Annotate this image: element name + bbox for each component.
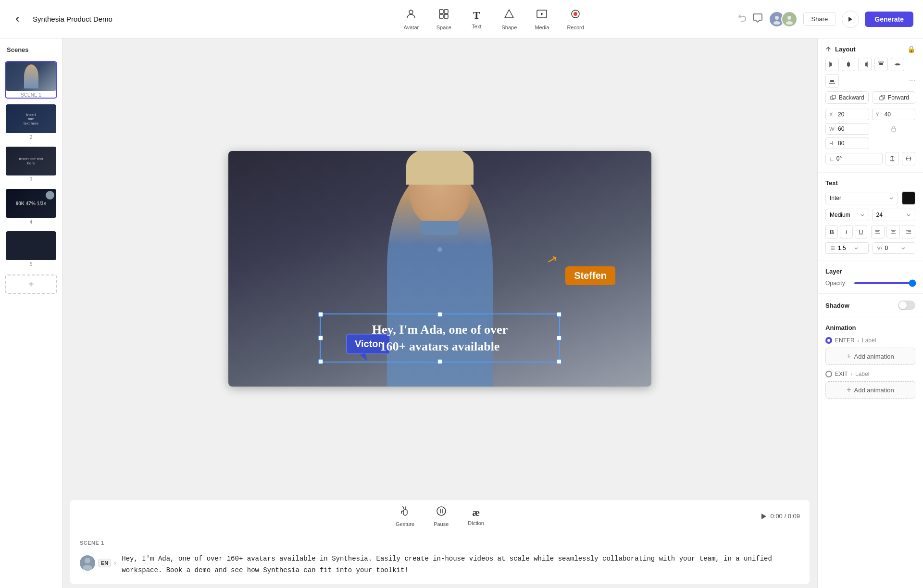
svg-rect-27 [830,80,834,82]
backward-button[interactable]: Backward [825,91,869,104]
font-style-selector[interactable]: Medium [825,209,869,221]
center-area: Victor Steffen ↗ [62,38,817,588]
line-spacing-input[interactable] [838,245,852,251]
h-field[interactable]: H [825,138,869,149]
flip-v-btn[interactable] [902,152,915,165]
align-right-text-btn[interactable] [902,225,915,238]
handle-tl[interactable] [318,312,323,317]
generate-button[interactable]: Generate [865,12,913,27]
w-field[interactable]: W [825,123,869,135]
tool-media[interactable]: Media [527,5,556,33]
playback-time: 0:00 / 0:09 [760,513,800,520]
handle-ml[interactable] [318,336,323,340]
exit-chevron: › [851,372,852,377]
letter-spacing-field[interactable] [873,242,916,254]
tool-record[interactable]: Record [560,5,590,33]
add-exit-animation-btn[interactable]: + Add animation [825,381,915,399]
align-left-text-btn[interactable] [871,225,885,238]
script-text[interactable]: Hey, I'm Ada, one of over 160+ avatars a… [122,553,800,576]
italic-button[interactable]: I [840,225,852,238]
font-selector[interactable]: Inter [825,192,898,204]
svg-point-15 [85,558,90,563]
letter-spacing-input[interactable] [885,245,899,251]
text-overlay-container[interactable]: Hey, I'm Ada, one of over 160+ avatars a… [320,313,560,363]
language-badge[interactable]: EN [98,559,111,567]
scene-info-label: SCENE 1 [80,540,104,546]
bold-button[interactable]: B [825,225,838,238]
angle-field[interactable]: ∟ [825,153,883,164]
svg-line-47 [879,247,880,250]
handle-br[interactable] [557,359,561,364]
font-size-selector[interactable]: 24 [872,209,916,221]
script-row: EN › Hey, I'm Ada, one of over 160+ avat… [70,550,810,584]
tool-avatar-label: Avatar [404,25,419,30]
steffen-text: Steffen [565,266,615,285]
record-icon [570,8,581,23]
align-left-btn[interactable] [825,58,839,71]
flip-h-btn[interactable] [886,152,899,165]
scene-thumb-3[interactable]: 💬 3 Insert title texthere 3 [5,146,57,183]
back-button[interactable] [10,12,25,27]
spacing-row [825,242,915,254]
scene-thumb-5[interactable]: 5 [5,230,57,268]
handle-tr[interactable] [557,312,561,317]
align-right-btn[interactable] [858,58,872,71]
line-spacing-chevron[interactable] [854,246,858,250]
align-top-btn[interactable] [874,58,888,71]
animation-title: Animation [825,324,915,331]
language-chevron[interactable]: › [114,560,116,566]
scene-thumb-2[interactable]: Inserttitletext here 2 [5,103,57,141]
add-enter-animation-btn[interactable]: + Add animation [825,348,915,365]
handle-bc[interactable] [437,359,442,364]
shadow-row: Shadow [825,300,915,310]
gesture-label: Gesture [396,521,414,527]
layout-lock-icon[interactable]: 🔒 [907,45,915,53]
svg-rect-30 [832,95,836,99]
tool-media-label: Media [535,25,549,30]
scenes-sidebar: Scenes SCENE 1 Inserttitletext here 2 💬 … [0,38,62,588]
chat-icon[interactable] [752,13,763,25]
text-color-swatch[interactable] [902,191,915,205]
share-button[interactable]: Share [803,12,836,26]
handle-bl[interactable] [318,359,323,364]
add-scene-button[interactable]: + [5,275,57,294]
align-center-h-btn[interactable] [842,58,855,71]
tool-text[interactable]: T Text [462,6,491,32]
pause-tool[interactable]: Pause [434,505,449,527]
layout-section-header: Layout 🔒 [825,45,915,53]
handle-tc[interactable] [437,312,442,317]
x-input[interactable] [838,111,865,118]
x-field[interactable]: X [825,109,869,120]
y-field[interactable]: Y [872,109,916,120]
enter-dot [825,337,832,344]
enter-type-label: ENTER [835,337,855,344]
h-input[interactable] [838,140,865,147]
angle-input[interactable] [836,155,856,162]
w-input[interactable] [838,125,865,132]
align-middle-btn[interactable] [891,58,904,71]
undo-icon[interactable] [737,13,747,25]
forward-button[interactable]: Forward [873,91,915,104]
underline-button[interactable]: U [855,225,867,238]
line-spacing-field[interactable] [825,242,869,254]
scene-thumb-4[interactable]: 90K 47% 1/3× 4 [5,188,57,225]
scene-thumb-1[interactable]: SCENE 1 [5,61,57,99]
handle-mr[interactable] [557,336,561,340]
tool-avatar[interactable]: Avatar [397,5,425,33]
play-preview-button[interactable] [842,11,859,28]
diction-tool[interactable]: æ Diction [468,506,484,526]
y-input[interactable] [885,111,912,118]
letter-spacing-chevron[interactable] [901,246,905,250]
tool-space[interactable]: Space [429,5,458,33]
opacity-slider[interactable] [854,282,916,284]
svg-line-48 [881,247,882,250]
gesture-tool[interactable]: Gesture [396,505,414,527]
align-bottom-btn[interactable] [825,74,839,88]
lock-ratio-btn[interactable] [872,123,916,135]
shadow-toggle[interactable] [898,300,915,310]
align-center-text-btn[interactable] [886,225,900,238]
scenes-title: Scenes [5,46,57,53]
tool-shape[interactable]: Shape [495,5,524,33]
pause-icon [436,505,447,520]
layout-more-btn[interactable]: ··· [909,76,915,85]
